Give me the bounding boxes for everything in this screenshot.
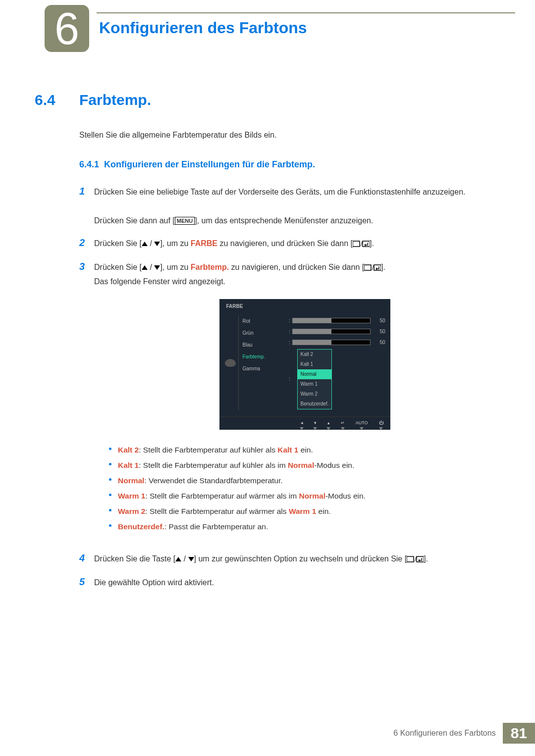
t: Drücken Sie die Taste [ <box>94 554 175 563</box>
kw: Warm 1 <box>118 492 145 500</box>
step-number: 5 <box>79 573 94 591</box>
chapter-number: 6 <box>54 6 79 51</box>
osd-option: Warm 2 <box>298 389 332 399</box>
step-5: 5 Die gewählte Option wird aktiviert. <box>79 573 515 591</box>
step-number: 3 <box>79 257 94 275</box>
osd-option: Warm 1 <box>298 379 332 389</box>
t: ein. <box>316 507 330 515</box>
power-icon: ⏻ <box>379 419 383 427</box>
step-1: 1 Drücken Sie eine beliebige Taste auf d… <box>79 182 515 228</box>
step-2: 2 Drücken Sie [ / ], um zu FARBE zu navi… <box>79 234 515 252</box>
down-nav-icon: ▾ <box>314 419 317 427</box>
t: ], um zu <box>160 263 190 271</box>
svg-rect-2 <box>363 241 370 247</box>
svg-rect-6 <box>407 556 414 562</box>
step-3b: Das folgende Fenster wird angezeigt. <box>94 277 225 286</box>
osd-value: 50 <box>374 316 385 325</box>
section-title: Farbtemp. <box>79 92 151 108</box>
t: ]. <box>424 554 428 563</box>
step-number: 4 <box>79 549 94 567</box>
t: ein. <box>298 446 313 454</box>
kw: Benutzerdef. <box>118 522 164 531</box>
step-3: 3 Drücken Sie [ / ], um zu Farbtemp. zu … <box>79 257 515 543</box>
t: : Stellt die Farbtemperatur auf wärmer a… <box>145 507 288 515</box>
svg-rect-8 <box>417 556 424 562</box>
footer-page-number: 81 <box>503 723 535 744</box>
svg-rect-3 <box>364 265 371 270</box>
osd-label: Blau <box>243 339 287 351</box>
kw: Warm 1 <box>289 507 316 515</box>
t: ] um zur gewünschten Option zu wechseln … <box>194 554 407 563</box>
osd-value: 50 <box>374 338 385 347</box>
osd-footer: ◂ ▾ ▴ ↵ AUTO ⏻ <box>219 416 390 430</box>
rect-enter-icon: / <box>353 241 370 248</box>
up-icon <box>142 242 148 246</box>
osd-label-selected: Farbtemp. <box>243 351 287 363</box>
osd-labels: Rot Grün Blau Farbtemp. Gamma <box>238 315 287 410</box>
svg-rect-5 <box>374 265 381 270</box>
step-number: 2 <box>79 234 94 252</box>
t: ], um zu <box>160 239 190 248</box>
up-nav-icon: ▴ <box>327 419 330 427</box>
up-icon <box>142 265 148 270</box>
osd-slider <box>292 329 371 334</box>
option-descriptions: Kalt 2: Stellt die Farbtemperatur auf kü… <box>109 442 515 534</box>
down-icon <box>188 557 194 561</box>
kw: Kalt 1 <box>118 461 139 469</box>
kw: Kalt 1 <box>277 446 298 454</box>
kw-farbtemp: Farbtemp. <box>191 263 229 271</box>
step-1-text: Drücken Sie eine beliebige Taste auf der… <box>94 188 465 196</box>
t: ]. <box>381 263 385 271</box>
subsection-title: Konfigurieren der Einstellungen für die … <box>104 159 315 169</box>
osd-label: Grün <box>243 327 287 339</box>
t: : Stellt die Farbtemperatur auf kühler a… <box>139 461 288 469</box>
chapter-title: Konfigurieren des Farbtons <box>99 19 307 37</box>
rect-enter-icon: / <box>364 264 381 271</box>
t: Drücken Sie [ <box>94 263 142 271</box>
osd-label: Gamma <box>243 363 287 375</box>
enter-nav-icon: ↵ <box>341 419 345 427</box>
osd-option-selected: Normal <box>298 369 332 379</box>
t: zu navigieren, und drücken Sie dann [ <box>217 239 353 248</box>
down-icon <box>154 265 160 270</box>
t: : Verwendet die Standardfarbtemperatur. <box>144 476 282 485</box>
chapter-badge: 6 <box>45 5 89 52</box>
t: Drücken Sie [ <box>94 239 142 248</box>
subsection-heading: 6.4.1 Konfigurieren der Einstellungen fü… <box>79 159 515 170</box>
t: : Stellt die Farbtemperatur auf wärmer a… <box>145 492 299 500</box>
menu-key: MENU <box>175 217 195 225</box>
auto-label: AUTO <box>356 419 368 427</box>
osd-option: Kalt 2 <box>298 350 332 359</box>
osd-slider <box>292 318 371 323</box>
footer-chapter: 6 Konfigurieren des Farbtons <box>386 723 502 744</box>
osd-value: 50 <box>374 327 385 336</box>
osd-mock: FARBE Rot Grün Blau Farbtemp. Gamma :50 <box>219 299 390 430</box>
t: : Stellt die Farbtemperatur auf kühler a… <box>139 446 277 454</box>
osd-title: FARBE <box>219 299 390 312</box>
t: -Modus ein. <box>325 492 366 500</box>
header-rule <box>97 12 515 13</box>
step-number: 1 <box>79 182 94 200</box>
t: zu navigieren, und drücken Sie dann [ <box>229 263 364 271</box>
kw-farbe: FARBE <box>191 239 217 248</box>
subsection-number: 6.4.1 <box>79 159 99 169</box>
svg-rect-0 <box>353 241 360 247</box>
osd-slider <box>292 340 371 345</box>
osd-dropdown: Kalt 2 Kalt 1 Normal Warm 1 Warm 2 Benut… <box>297 349 332 409</box>
t: -Modus ein. <box>314 461 354 469</box>
kw: Kalt 2 <box>118 446 139 454</box>
step-1b-post: ], um das entsprechende Menüfenster anzu… <box>195 216 373 225</box>
t: : Passt die Farbtemperatur an. <box>164 522 268 531</box>
page-footer: 6 Konfigurieren des Farbtons 81 <box>386 723 535 744</box>
step-1b-pre: Drücken Sie dann auf [ <box>94 216 175 225</box>
kw: Normal <box>288 461 314 469</box>
t: ]. <box>370 239 374 248</box>
step-4: 4 Drücken Sie die Taste [ / ] um zur gew… <box>79 549 515 567</box>
palette-icon <box>225 359 236 367</box>
rect-enter-icon: / <box>407 556 424 563</box>
down-icon <box>154 242 160 246</box>
kw: Normal <box>299 492 325 500</box>
section-number: 6.4 <box>0 92 79 108</box>
section-heading: 6.4 Farbtemp. <box>0 92 515 108</box>
osd-label: Rot <box>243 315 287 327</box>
